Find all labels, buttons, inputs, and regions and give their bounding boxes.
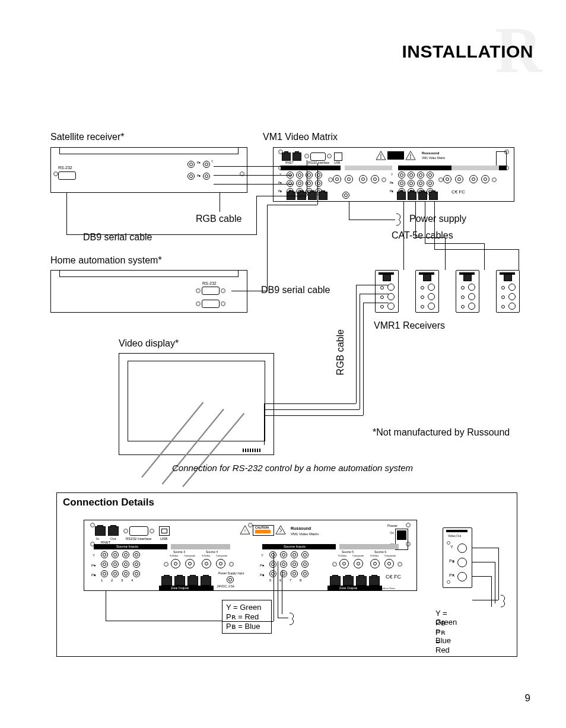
vmr1-receiver bbox=[456, 270, 479, 313]
vm1-label: VM1 Video Matrix bbox=[263, 132, 338, 142]
svg-line-7 bbox=[163, 409, 224, 485]
pr-d: Pʀ bbox=[91, 563, 96, 567]
y-label: Y bbox=[211, 160, 213, 163]
svg-marker-11 bbox=[276, 526, 285, 534]
comp-label-34a: Composite bbox=[184, 554, 195, 557]
home-automation-system: RS-232 bbox=[50, 270, 247, 313]
rs232-intf-label: RS232 Interface bbox=[308, 161, 329, 164]
zone-out-label-d: Zone Outputs bbox=[171, 586, 189, 590]
legend-1: Y = Green Pʀ = Red Pʙ = Blue bbox=[222, 600, 272, 634]
legend2-pr: Pʀ = Red bbox=[435, 628, 450, 654]
psu-rating: 24VDC, 2.5A bbox=[217, 584, 234, 588]
psu-label: Power Supply Input bbox=[218, 571, 244, 575]
y-d: Y bbox=[93, 554, 95, 557]
pr-row-label-2: Pʀ bbox=[390, 181, 393, 185]
vmr-y: Y bbox=[450, 545, 453, 549]
power-supply-label: Power supply bbox=[409, 214, 466, 224]
curly-connector-icon bbox=[288, 612, 297, 626]
video-display bbox=[119, 353, 274, 455]
pb-label: Pʙ bbox=[197, 174, 201, 177]
nums-1-4: 1 2 3 4 bbox=[101, 578, 136, 582]
warning-icon bbox=[376, 151, 386, 160]
svideo-label-56b: S-Video bbox=[370, 554, 379, 557]
vmr1-receivers-label: VMR1 Receivers bbox=[374, 320, 445, 331]
in-label: In bbox=[96, 537, 99, 541]
pr-d2: Pʀ bbox=[260, 563, 265, 567]
page-number: 9 bbox=[525, 692, 530, 704]
svideo-label-34b: S-Video bbox=[202, 554, 210, 557]
warning-icon bbox=[275, 525, 286, 535]
satellite-receiver: RS-232 Y Pʀ Pʙ bbox=[50, 147, 247, 193]
vmr-pr: Pʀ bbox=[449, 573, 454, 578]
svg-text:!: ! bbox=[244, 529, 246, 533]
svg-line-8 bbox=[183, 413, 244, 487]
footnote: *Not manufactured by Russound bbox=[373, 427, 510, 438]
svideo-label-34a: S-Video bbox=[170, 554, 178, 557]
warning-icon bbox=[405, 151, 416, 160]
src6-label: Source 6 bbox=[374, 550, 386, 554]
y-row-label: Y bbox=[279, 173, 281, 176]
y-d2: Y bbox=[261, 554, 263, 557]
svg-point-5 bbox=[410, 158, 411, 159]
comp-label-56b: Composite bbox=[384, 554, 396, 557]
db9-label-1: DB9 serial cable bbox=[83, 232, 152, 243]
db9-label-2: DB9 serial cable bbox=[261, 285, 330, 295]
legend1-y: Y = Green bbox=[226, 603, 261, 612]
sat-receiver-label: Satellite receiver* bbox=[50, 132, 125, 142]
on-label: On bbox=[390, 531, 394, 535]
warning-icon: ! bbox=[240, 525, 250, 535]
rs232-label: RS-232 bbox=[58, 166, 72, 170]
diagram1-caption: Connection for RS-232 control by a home … bbox=[172, 463, 413, 473]
vm1-product-label-d: VM1 Video Matrix bbox=[291, 532, 319, 536]
home-automation-label: Home automation system* bbox=[50, 255, 162, 266]
brand-label-d: Russound bbox=[291, 526, 311, 530]
src4-label: Source 4 bbox=[206, 550, 218, 554]
vm1-product-label: VM1 Video Matrix bbox=[422, 156, 445, 160]
video-out-label: Video Out bbox=[448, 534, 461, 538]
panel-title: Connection Details bbox=[63, 497, 154, 508]
comp-label-56a: Composite bbox=[352, 554, 364, 557]
vmr1-receiver bbox=[415, 270, 439, 313]
legend1-pb: Pʙ = Blue bbox=[226, 622, 260, 631]
video-display-label: Video display* bbox=[119, 338, 179, 349]
usb-label-d: USB bbox=[160, 537, 167, 541]
comp-label-34b: Composite bbox=[216, 554, 227, 557]
rnet-label: RNET bbox=[285, 161, 294, 164]
usb-label: USB bbox=[334, 161, 340, 164]
pb-d2: Pʙ bbox=[260, 573, 264, 577]
vmr1-receiver-detail: Video Out Y Pʙ Pʀ bbox=[443, 527, 472, 588]
pb-row-label-2: Pʙ bbox=[390, 189, 393, 193]
rgb-cable-label: RGB cable bbox=[196, 214, 241, 224]
legend1-pr: Pʀ = Red bbox=[226, 612, 259, 621]
src5-label: Source 5 bbox=[342, 550, 354, 554]
svg-point-2 bbox=[380, 158, 381, 159]
rs232-intf-label-d: RS232 Interface bbox=[126, 537, 151, 541]
curly-connector-icon bbox=[395, 212, 403, 227]
nums-5-8: 5 6 7 8 bbox=[269, 578, 305, 582]
rgb-cable-vert-label: RGB cable bbox=[335, 329, 346, 375]
vmr1-receiver bbox=[496, 270, 520, 313]
src-inputs-label-d2: Source Inputs bbox=[284, 545, 306, 548]
designed-label: Designed in the USA Made in China bbox=[357, 587, 395, 590]
vmr-pb: Pʙ bbox=[449, 559, 454, 564]
cat5e-label: CAT-5e cables bbox=[392, 230, 453, 241]
out-label: Out bbox=[110, 537, 116, 541]
pb-row-label: Pʙ bbox=[278, 189, 282, 193]
pr-label: Pʀ bbox=[197, 161, 201, 164]
caution-label: CAUTION bbox=[255, 526, 269, 529]
has-rs232-label: RS-232 bbox=[202, 281, 217, 285]
src3-label: Source 3 bbox=[173, 550, 185, 554]
vm1-video-matrix: Russound VM1 Video Matrix RNET RS232 Int… bbox=[273, 147, 514, 202]
connection-details-panel: Connection Details In Out RNET RS232 Int… bbox=[56, 492, 517, 657]
src-inputs-label-d: Source Inputs bbox=[116, 545, 138, 548]
vm1-video-matrix-detail: In Out RNET RS232 Interface USB ! CAUTIO… bbox=[84, 520, 417, 591]
curly-connector-icon bbox=[500, 594, 508, 608]
zone-out-label-d2: Zone Outputs bbox=[339, 586, 357, 590]
section-title: INSTALLATION bbox=[402, 42, 533, 62]
svideo-label-56a: S-Video bbox=[338, 554, 346, 557]
pb-d: Pʙ bbox=[91, 573, 96, 577]
vmr1-receiver bbox=[375, 270, 399, 313]
brand-label: Russound bbox=[422, 151, 439, 155]
y-row-label-2: Y bbox=[391, 173, 393, 176]
